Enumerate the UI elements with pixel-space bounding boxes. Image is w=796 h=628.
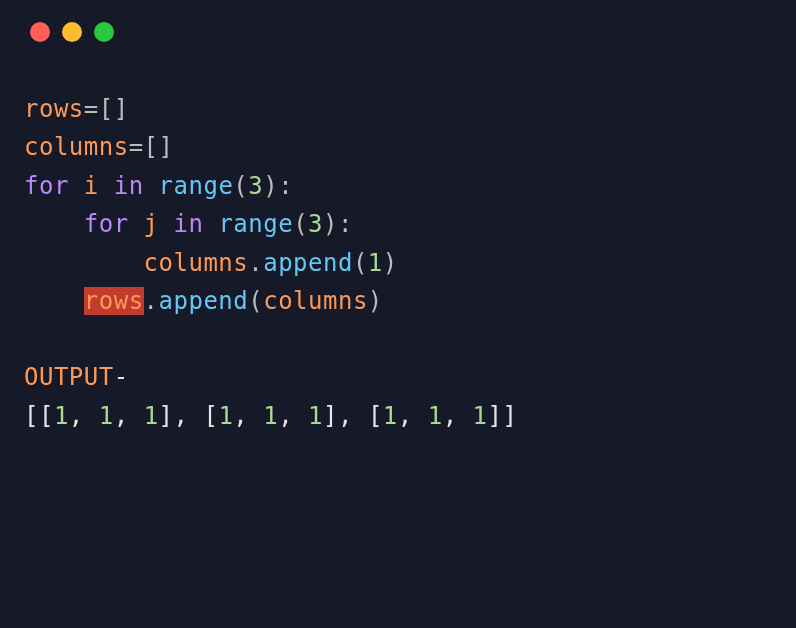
operator: =	[84, 95, 99, 123]
variable: rows	[24, 95, 84, 123]
keyword: in	[114, 172, 144, 200]
number: 1	[383, 402, 398, 430]
output-line: [[1, 1, 1], [1, 1, 1], [1, 1, 1]]	[24, 397, 772, 435]
code-line-4: for j in range(3):	[24, 205, 772, 243]
code-line-5: columns.append(1)	[24, 244, 772, 282]
dot: .	[248, 249, 263, 277]
code-line-1: rows=[]	[24, 90, 772, 128]
code-block: rows=[]columns=[]for i in range(3): for …	[0, 42, 796, 435]
paren: )	[263, 172, 278, 200]
paren: (	[248, 287, 263, 315]
brackets: [[	[24, 402, 54, 430]
number: 3	[248, 172, 263, 200]
window-maximize-icon[interactable]	[94, 22, 114, 42]
code-line-2: columns=[]	[24, 128, 772, 166]
operator: =	[129, 133, 144, 161]
comma: ,	[278, 402, 308, 430]
number: 1	[473, 402, 488, 430]
function: range	[159, 172, 234, 200]
variable: columns	[24, 133, 129, 161]
variable: j	[144, 210, 159, 238]
dash: -	[114, 363, 129, 391]
colon: :	[278, 172, 293, 200]
function: range	[218, 210, 293, 238]
keyword: for	[84, 210, 129, 238]
paren: (	[233, 172, 248, 200]
colon: :	[338, 210, 353, 238]
output-label-line: OUTPUT-	[24, 358, 772, 396]
number: 1	[99, 402, 114, 430]
paren: (	[353, 249, 368, 277]
variable: i	[84, 172, 99, 200]
number: 1	[368, 249, 383, 277]
method: append	[263, 249, 353, 277]
comma: ,	[69, 402, 99, 430]
window-close-icon[interactable]	[30, 22, 50, 42]
window-minimize-icon[interactable]	[62, 22, 82, 42]
keyword: for	[24, 172, 69, 200]
number: 1	[144, 402, 159, 430]
indent	[24, 287, 84, 315]
paren: )	[323, 210, 338, 238]
number: 1	[218, 402, 233, 430]
variable: columns	[263, 287, 368, 315]
paren: )	[368, 287, 383, 315]
comma: ,	[443, 402, 473, 430]
number: 1	[263, 402, 278, 430]
brackets: ], [	[323, 402, 383, 430]
brackets: []	[99, 95, 129, 123]
comma: ,	[114, 402, 144, 430]
dot: .	[144, 287, 159, 315]
comma: ,	[233, 402, 263, 430]
brackets: ]]	[488, 402, 518, 430]
paren: (	[293, 210, 308, 238]
code-line-3: for i in range(3):	[24, 167, 772, 205]
brackets: []	[144, 133, 174, 161]
number: 3	[308, 210, 323, 238]
number: 1	[428, 402, 443, 430]
variable: columns	[144, 249, 249, 277]
method: append	[159, 287, 249, 315]
comma: ,	[398, 402, 428, 430]
keyword: in	[174, 210, 204, 238]
blank-line	[24, 320, 772, 358]
output-label: OUTPUT	[24, 363, 114, 391]
paren: )	[383, 249, 398, 277]
brackets: ], [	[159, 402, 219, 430]
indent	[24, 210, 84, 238]
window-controls	[0, 0, 796, 42]
code-line-6: rows.append(columns)	[24, 282, 772, 320]
indent	[24, 249, 144, 277]
variable-highlighted: rows	[84, 287, 144, 315]
number: 1	[308, 402, 323, 430]
number: 1	[54, 402, 69, 430]
